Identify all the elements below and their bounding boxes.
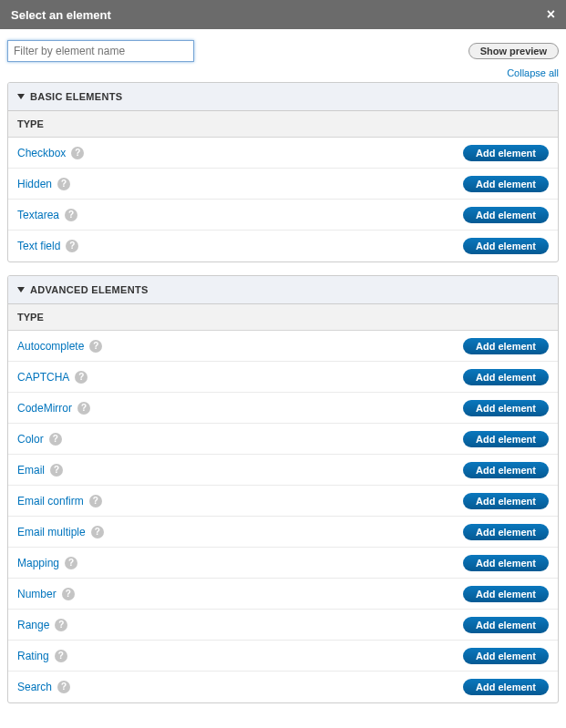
help-icon[interactable]: ?	[71, 147, 84, 159]
element-name-link[interactable]: Email confirm	[17, 495, 84, 508]
help-icon[interactable]: ?	[57, 178, 70, 190]
element-row: Color?Add element	[8, 424, 558, 455]
help-icon[interactable]: ?	[89, 340, 102, 353]
element-row-left: Hidden?	[17, 178, 70, 190]
help-icon[interactable]: ?	[55, 619, 67, 631]
help-icon[interactable]: ?	[77, 402, 90, 415]
element-row-left: Rating?	[17, 650, 67, 662]
element-row: Hidden?Add element	[8, 169, 558, 200]
add-element-button[interactable]: Add element	[463, 238, 549, 254]
element-name-link[interactable]: Color	[17, 433, 44, 446]
element-row: Email?Add element	[8, 455, 558, 486]
group-title: ADVANCED ELEMENTS	[30, 284, 149, 295]
column-header-type: TYPE	[8, 304, 558, 331]
element-row: CodeMirror?Add element	[8, 393, 558, 424]
element-name-link[interactable]: Textarea	[17, 209, 59, 221]
element-name-link[interactable]: Rating	[17, 650, 49, 662]
add-element-button[interactable]: Add element	[463, 462, 549, 478]
element-row: CAPTCHA?Add element	[8, 362, 558, 393]
help-icon[interactable]: ?	[91, 526, 104, 538]
add-element-button[interactable]: Add element	[463, 679, 549, 695]
add-element-button[interactable]: Add element	[463, 493, 549, 509]
help-icon[interactable]: ?	[49, 433, 62, 446]
element-row: Textarea?Add element	[8, 200, 558, 231]
element-row-left: Checkbox?	[17, 147, 84, 159]
add-element-button[interactable]: Add element	[463, 145, 549, 161]
element-group: BASIC ELEMENTSTYPECheckbox?Add elementHi…	[7, 82, 559, 262]
element-row: Checkbox?Add element	[8, 138, 558, 169]
close-icon[interactable]: ×	[547, 7, 555, 22]
element-row-left: Email multiple?	[17, 526, 104, 538]
element-row-left: Search?	[17, 681, 70, 693]
help-icon[interactable]: ?	[66, 240, 78, 252]
chevron-down-icon	[17, 287, 25, 292]
element-name-link[interactable]: Checkbox	[17, 147, 66, 159]
element-row-left: Email?	[17, 464, 63, 477]
element-row-left: Email confirm?	[17, 495, 102, 508]
element-row: Number?Add element	[8, 579, 558, 610]
add-element-button[interactable]: Add element	[463, 431, 549, 447]
toolbar: Show preview	[7, 40, 559, 62]
element-row-left: Textarea?	[17, 209, 77, 221]
add-element-button[interactable]: Add element	[463, 338, 549, 354]
element-name-link[interactable]: Email	[17, 464, 45, 477]
chevron-down-icon	[17, 94, 25, 99]
help-icon[interactable]: ?	[55, 650, 67, 662]
add-element-button[interactable]: Add element	[463, 369, 549, 385]
dialog-content: Show preview Collapse all BASIC ELEMENTS…	[0, 29, 566, 703]
element-name-link[interactable]: CAPTCHA	[17, 371, 69, 384]
element-row-left: CodeMirror?	[17, 402, 90, 415]
element-name-link[interactable]: Mapping	[17, 557, 59, 569]
add-element-button[interactable]: Add element	[463, 586, 549, 602]
element-row: Rating?Add element	[8, 641, 558, 672]
collapse-all-link[interactable]: Collapse all	[507, 67, 559, 78]
element-name-link[interactable]: Email multiple	[17, 526, 86, 538]
element-row: Autocomplete?Add element	[8, 331, 558, 362]
element-name-link[interactable]: Text field	[17, 240, 60, 252]
element-name-link[interactable]: Range	[17, 619, 49, 631]
add-element-button[interactable]: Add element	[463, 648, 549, 664]
show-preview-button[interactable]: Show preview	[468, 43, 559, 59]
element-row: Text field?Add element	[8, 231, 558, 261]
filter-input[interactable]	[7, 40, 194, 62]
add-element-button[interactable]: Add element	[463, 400, 549, 416]
add-element-button[interactable]: Add element	[463, 617, 549, 633]
element-row: Range?Add element	[8, 610, 558, 641]
add-element-button[interactable]: Add element	[463, 524, 549, 540]
element-row-left: Color?	[17, 433, 62, 446]
add-element-button[interactable]: Add element	[463, 207, 549, 223]
element-name-link[interactable]: Autocomplete	[17, 340, 84, 353]
element-row: Email multiple?Add element	[8, 517, 558, 548]
element-name-link[interactable]: Search	[17, 681, 52, 693]
element-row-left: CAPTCHA?	[17, 371, 87, 384]
element-row-left: Mapping?	[17, 557, 77, 569]
element-row-left: Number?	[17, 588, 75, 600]
help-icon[interactable]: ?	[65, 557, 77, 569]
help-icon[interactable]: ?	[62, 588, 75, 600]
dialog-titlebar: Select an element ×	[0, 0, 566, 29]
group-title: BASIC ELEMENTS	[30, 91, 122, 102]
element-name-link[interactable]: CodeMirror	[17, 402, 72, 415]
element-row: Search?Add element	[8, 672, 558, 702]
element-row: Email confirm?Add element	[8, 486, 558, 517]
help-icon[interactable]: ?	[89, 495, 102, 508]
element-row-left: Text field?	[17, 240, 78, 252]
column-header-type: TYPE	[8, 111, 558, 138]
help-icon[interactable]: ?	[65, 209, 77, 221]
group-header[interactable]: BASIC ELEMENTS	[8, 83, 558, 111]
group-header[interactable]: ADVANCED ELEMENTS	[8, 276, 558, 304]
help-icon[interactable]: ?	[57, 681, 70, 693]
element-group: ADVANCED ELEMENTSTYPEAutocomplete?Add el…	[7, 275, 559, 703]
element-name-link[interactable]: Number	[17, 588, 57, 600]
help-icon[interactable]: ?	[50, 464, 63, 477]
collapse-row: Collapse all	[7, 67, 559, 78]
help-icon[interactable]: ?	[75, 371, 87, 384]
element-name-link[interactable]: Hidden	[17, 178, 52, 190]
element-row: Mapping?Add element	[8, 548, 558, 579]
element-row-left: Autocomplete?	[17, 340, 102, 353]
dialog-title: Select an element	[11, 8, 111, 22]
add-element-button[interactable]: Add element	[463, 176, 549, 192]
element-row-left: Range?	[17, 619, 67, 631]
add-element-button[interactable]: Add element	[463, 555, 549, 571]
